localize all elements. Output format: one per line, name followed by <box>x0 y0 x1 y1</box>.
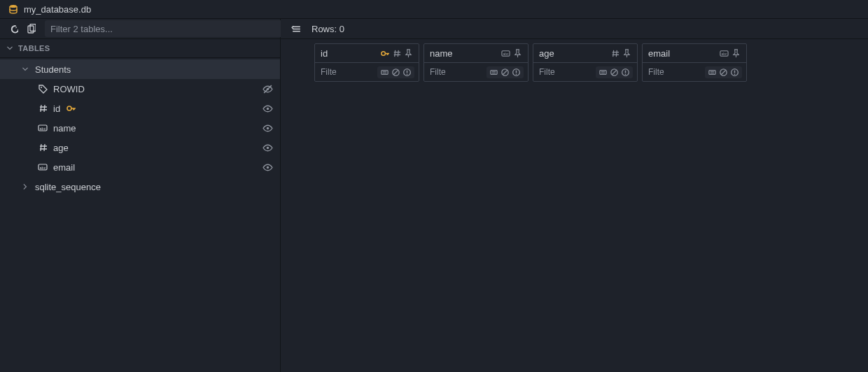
ban-icon[interactable] <box>391 68 400 77</box>
column-name: email <box>53 162 257 173</box>
filter-icon[interactable] <box>489 68 498 77</box>
column-name: age <box>53 143 257 153</box>
gutter-header <box>285 43 310 82</box>
column-name: email <box>648 48 715 59</box>
hash-icon <box>610 49 620 58</box>
abc-icon <box>501 49 510 58</box>
filter-icon[interactable] <box>380 68 389 77</box>
alert-icon[interactable] <box>512 68 521 77</box>
eye-icon[interactable] <box>262 123 273 134</box>
titlebar: my_database.db <box>0 0 868 19</box>
column-name: id <box>53 103 257 114</box>
row-count-label: Rows: 0 <box>312 24 344 34</box>
ban-icon[interactable] <box>719 68 728 77</box>
column-filter-input[interactable] <box>647 66 702 78</box>
abc-icon <box>720 49 729 58</box>
copy-button[interactable] <box>22 20 39 37</box>
filter-icon[interactable] <box>708 68 717 77</box>
column-header-age[interactable]: age <box>533 43 638 82</box>
table-name: Students <box>35 64 273 75</box>
ban-icon[interactable] <box>500 68 510 77</box>
filter-icon[interactable] <box>598 68 608 77</box>
abc-icon <box>38 162 48 172</box>
sidebar-toolbar <box>0 19 280 39</box>
tables-section-header[interactable]: TABLES <box>0 39 280 58</box>
table-row-students[interactable]: Students <box>0 59 280 79</box>
column-filter-input[interactable] <box>319 66 374 78</box>
pin-icon[interactable] <box>404 49 413 58</box>
database-icon <box>8 4 18 14</box>
column-row-rowid[interactable]: ROWID <box>0 79 280 99</box>
hash-icon <box>38 103 48 113</box>
abc-icon <box>38 123 48 133</box>
eye-icon[interactable] <box>262 162 273 173</box>
key-icon <box>380 49 389 58</box>
column-row-name[interactable]: name <box>0 118 280 138</box>
column-name: name <box>430 48 497 59</box>
pin-icon[interactable] <box>513 49 522 58</box>
main-panel: Rows: 0 id <box>281 19 868 372</box>
eye-off-icon[interactable] <box>262 84 273 94</box>
hash-icon <box>38 143 48 152</box>
chevron-down-icon <box>21 66 29 73</box>
grid-view-button[interactable] <box>288 20 304 37</box>
key-icon <box>66 103 76 113</box>
app-root: my_database.db TABLES <box>0 0 868 372</box>
column-row-age[interactable]: age <box>0 138 280 157</box>
refresh-button[interactable] <box>4 20 21 37</box>
eye-icon[interactable] <box>262 103 273 114</box>
filter-tables-input[interactable] <box>45 20 287 37</box>
column-row-id[interactable]: id <box>0 99 280 118</box>
sidebar-filter <box>45 20 276 37</box>
chevron-down-icon <box>6 45 14 52</box>
column-filter-input[interactable] <box>538 66 593 78</box>
alert-icon[interactable] <box>730 68 739 77</box>
table-row-sqlite-sequence[interactable]: sqlite_sequence <box>0 177 280 196</box>
chevron-right-icon <box>21 183 29 190</box>
hash-icon <box>392 49 401 58</box>
column-name: name <box>53 123 257 134</box>
column-header-id[interactable]: id <box>314 43 419 82</box>
column-header-name[interactable]: name <box>424 43 528 82</box>
tag-icon <box>38 84 48 94</box>
pin-icon[interactable] <box>732 49 741 58</box>
column-filter-input[interactable] <box>428 66 484 78</box>
grid-toolbar: Rows: 0 <box>281 19 868 39</box>
tables-tree: Students ROWID id <box>0 58 280 198</box>
sidebar: TABLES Students ROWID <box>0 19 281 372</box>
alert-icon[interactable] <box>402 68 412 77</box>
column-name: id <box>321 48 376 59</box>
column-headers: id <box>281 39 868 82</box>
column-name: ROWID <box>53 84 257 94</box>
table-name: sqlite_sequence <box>35 182 273 192</box>
eye-icon[interactable] <box>262 143 273 153</box>
column-name: age <box>539 48 606 59</box>
database-title: my_database.db <box>24 4 91 15</box>
column-header-email[interactable]: email <box>642 43 747 82</box>
ban-icon[interactable] <box>610 68 619 77</box>
column-row-email[interactable]: email <box>0 157 280 177</box>
section-label: TABLES <box>18 44 50 52</box>
alert-icon[interactable] <box>621 68 630 77</box>
pin-icon[interactable] <box>622 49 631 58</box>
